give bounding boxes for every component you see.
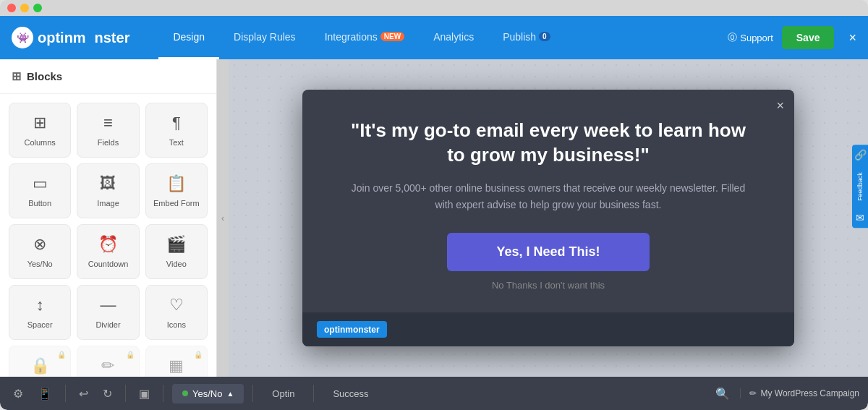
feedback-panel[interactable]: 🔗 Feedback ✉ [852, 145, 868, 229]
canvas-area: × "It's my go-to email every week to lea… [229, 59, 868, 377]
lock-icon-3: 🔒 [194, 351, 203, 359]
yesno-tab[interactable]: Yes/No ▲ [172, 384, 244, 403]
button-icon: ▭ [33, 174, 48, 193]
minimize-dot[interactable] [20, 4, 29, 12]
modal-logo: optinmonster [317, 321, 387, 338]
divider-label: Divider [95, 320, 120, 329]
block-locked-2[interactable]: 🔒 ✏ [77, 346, 139, 377]
undo-icon[interactable]: ↩ [75, 383, 93, 405]
yesno-chevron: ▲ [226, 390, 234, 398]
modal-title: "It's my go-to email every week to learn… [346, 119, 751, 168]
support-button[interactable]: ⓪ Support [728, 31, 773, 44]
modal-body: "It's my go-to email every week to learn… [302, 90, 794, 312]
success-tab[interactable]: Success [323, 384, 378, 403]
divider-2 [125, 385, 126, 402]
block-divider[interactable]: — Divider [77, 285, 139, 340]
icons-label: Icons [167, 320, 186, 329]
locked-block-icon-3: ▦ [169, 356, 184, 375]
modal-logo-text: optinmonster [324, 325, 380, 335]
icons-icon: ♡ [169, 296, 184, 315]
tab-design[interactable]: Design [158, 16, 219, 59]
collapse-arrow: ‹ [221, 213, 224, 223]
close-dot[interactable] [7, 4, 16, 12]
blocks-icon: ⊞ [12, 69, 21, 83]
block-columns[interactable]: ⊞ Columns [9, 103, 71, 158]
canvas-icon[interactable]: ▣ [135, 383, 154, 405]
campaign-label: ✏ My WordPress Campaign [740, 388, 860, 398]
modal-no-thanks[interactable]: No Thanks I don't want this [346, 280, 751, 291]
mobile-icon[interactable]: 📱 [33, 383, 56, 405]
block-yesno[interactable]: ⊗ Yes/No [9, 224, 71, 279]
edit-icon: ✏ [749, 388, 757, 398]
top-navigation: 👾 optinm♥nster Design Display Rules Inte… [0, 16, 868, 59]
sidebar-title: Blocks [27, 70, 62, 82]
divider-3 [163, 385, 163, 402]
integrations-badge: NEW [380, 32, 404, 41]
block-video[interactable]: 🎬 Video [145, 224, 208, 279]
block-locked-3[interactable]: 🔒 ▦ [145, 346, 208, 377]
fields-label: Fields [98, 138, 119, 147]
modal-footer: optinmonster [302, 312, 794, 346]
image-label: Image [97, 199, 119, 208]
mail-icon: ✉ [856, 212, 864, 223]
divider-5 [313, 385, 314, 402]
feedback-label: Feedback [856, 169, 864, 204]
logo: 👾 optinm♥nster [12, 27, 129, 48]
block-countdown[interactable]: ⏰ Countdown [77, 224, 139, 279]
spacer-icon: ↕ [36, 296, 44, 315]
modal-popup: × "It's my go-to email every week to lea… [302, 90, 794, 346]
columns-icon: ⊞ [33, 114, 46, 132]
block-icons[interactable]: ♡ Icons [145, 285, 208, 340]
search-icon[interactable]: 🔍 [711, 383, 734, 405]
close-button[interactable]: × [848, 30, 856, 46]
image-icon: 🖼 [100, 174, 116, 193]
countdown-label: Countdown [88, 260, 129, 268]
fields-icon: ≡ [103, 114, 113, 132]
titlebar [0, 0, 868, 16]
campaign-name: My WordPress Campaign [761, 388, 860, 398]
social-icon: 🔗 [854, 149, 867, 161]
divider-4 [252, 385, 253, 402]
block-embed-form[interactable]: 📋 Embed Form [145, 163, 208, 218]
settings-icon[interactable]: ⚙ [9, 383, 27, 405]
modal-subtitle: Join over 5,000+ other online business o… [346, 180, 751, 213]
support-icon: ⓪ [728, 31, 737, 44]
yesno-label: Yes/No [27, 260, 53, 268]
save-button[interactable]: Save [782, 26, 835, 49]
divider-icon: — [100, 296, 116, 315]
video-icon: 🎬 [166, 235, 186, 254]
block-image[interactable]: 🖼 Image [77, 163, 139, 218]
sidebar-header: ⊞ Blocks [0, 59, 216, 94]
block-spacer[interactable]: ↕ Spacer [9, 285, 71, 340]
optin-tab[interactable]: Optin [262, 384, 305, 403]
embed-form-label: Embed Form [153, 199, 200, 208]
block-locked-1[interactable]: 🔒 🔒 [9, 346, 71, 377]
spacer-label: Spacer [27, 320, 53, 329]
logo-icon: 👾 [12, 27, 33, 48]
maximize-dot[interactable] [33, 4, 42, 12]
tab-display-rules[interactable]: Display Rules [219, 16, 310, 59]
tab-publish[interactable]: Publish 0 [488, 16, 564, 59]
block-button[interactable]: ▭ Button [9, 163, 71, 218]
sidebar-collapse-handle[interactable]: ‹ [217, 59, 229, 377]
block-fields[interactable]: ≡ Fields [77, 103, 139, 158]
locked-block-icon-2: ✏ [101, 356, 114, 375]
support-label: Support [740, 33, 773, 43]
text-label: Text [169, 138, 184, 147]
lock-icon-2: 🔒 [126, 351, 135, 359]
tab-integrations[interactable]: Integrations NEW [310, 16, 420, 59]
app-window: 👾 optinm♥nster Design Display Rules Inte… [0, 0, 868, 410]
yesno-status-dot [182, 390, 188, 396]
modal-cta-button[interactable]: Yes, I Need This! [447, 233, 650, 271]
yesno-tab-label: Yes/No [192, 388, 222, 399]
block-text[interactable]: ¶ Text [145, 103, 208, 158]
logo-text: optinm♥nster [38, 30, 129, 46]
redo-icon[interactable]: ↻ [98, 383, 116, 405]
tab-analytics[interactable]: Analytics [419, 16, 488, 59]
lock-icon-1: 🔒 [57, 351, 66, 359]
sidebar: ⊞ Blocks ⊞ Columns ≡ Fields ¶ Text ▭ [0, 59, 217, 377]
embed-form-icon: 📋 [166, 174, 186, 193]
text-icon: ¶ [172, 114, 181, 132]
modal-close-button[interactable]: × [776, 98, 784, 114]
video-label: Video [166, 260, 187, 268]
